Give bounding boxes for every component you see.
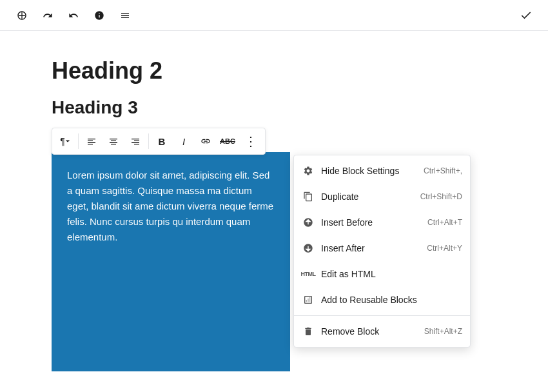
duplicate-shortcut: Ctrl+Shift+D (420, 192, 462, 201)
html-icon: HTML (302, 268, 315, 280)
remove-block-shortcut: Shift+Alt+Z (424, 327, 462, 336)
strikethrough-button[interactable]: ABC (217, 131, 238, 152)
align-center-button[interactable] (103, 131, 124, 152)
align-center-icon (108, 136, 119, 146)
paragraph-icon: ¶ (60, 136, 65, 146)
paragraph-type-button[interactable]: ¶ (55, 131, 75, 152)
gear-icon (302, 164, 315, 177)
align-right-button[interactable] (125, 131, 146, 152)
check-icon (520, 9, 533, 22)
heading-2: Heading 2 (52, 57, 496, 84)
heading-3: Heading 3 (52, 97, 496, 118)
insert-after-label: Insert After (321, 243, 420, 253)
undo-icon (43, 10, 53, 21)
add-icon (17, 10, 27, 21)
menu-item-edit-as-html[interactable]: HTML Edit as HTML (294, 261, 470, 287)
insert-after-shortcut: Ctrl+Alt+Y (427, 244, 462, 253)
publish-button[interactable] (514, 4, 538, 27)
duplicate-icon (302, 190, 315, 203)
hide-block-settings-shortcut: Ctrl+Shift+, (424, 166, 462, 175)
italic-icon: I (182, 136, 185, 147)
italic-button[interactable]: I (173, 131, 194, 152)
more-options-button[interactable]: ⋮ (239, 131, 262, 152)
list-button[interactable] (113, 4, 137, 27)
top-toolbar (0, 0, 548, 31)
toolbar-separator-1 (78, 133, 79, 149)
reusable-icon (302, 293, 315, 306)
menu-divider (294, 315, 470, 316)
duplicate-label: Duplicate (321, 191, 414, 202)
more-icon: ⋮ (244, 133, 257, 149)
menu-item-insert-after[interactable]: Insert After Ctrl+Alt+Y (294, 235, 470, 261)
list-icon (120, 10, 130, 21)
add-to-reusable-blocks-label: Add to Reusable Blocks (321, 295, 456, 305)
menu-item-duplicate[interactable]: Duplicate Ctrl+Shift+D (294, 184, 470, 210)
redo-button[interactable] (62, 4, 85, 27)
insert-before-shortcut: Ctrl+Alt+T (427, 218, 462, 227)
remove-block-label: Remove Block (321, 326, 418, 337)
align-left-button[interactable] (81, 131, 102, 152)
bold-icon: B (159, 136, 166, 147)
content-text: Lorem ipsum dolor sit amet, adipiscing e… (67, 170, 273, 242)
menu-item-remove-block[interactable]: Remove Block Shift+Alt+Z (294, 318, 470, 344)
toolbar-separator-2 (148, 133, 149, 149)
insert-before-icon (302, 216, 315, 229)
bold-button[interactable]: B (152, 131, 172, 152)
editor-area: Heading 2 Heading 3 (0, 31, 548, 144)
redo-icon (68, 10, 79, 21)
insert-after-icon (302, 242, 315, 255)
dropdown-arrow-icon (65, 139, 70, 144)
menu-item-add-to-reusable-blocks[interactable]: Add to Reusable Blocks (294, 287, 470, 313)
undo-button[interactable] (36, 4, 59, 27)
align-right-icon (130, 136, 141, 146)
add-block-button[interactable] (10, 4, 34, 27)
info-icon (94, 10, 104, 21)
info-button[interactable] (88, 4, 111, 27)
context-menu: Hide Block Settings Ctrl+Shift+, Duplica… (293, 155, 471, 348)
link-icon (201, 136, 211, 146)
align-left-icon (86, 136, 97, 146)
block-toolbar: ¶ B I ABC ⋮ (52, 128, 266, 155)
menu-item-hide-block-settings[interactable]: Hide Block Settings Ctrl+Shift+, (294, 158, 470, 184)
menu-item-insert-before[interactable]: Insert Before Ctrl+Alt+T (294, 210, 470, 235)
link-button[interactable] (195, 131, 216, 152)
insert-before-label: Insert Before (321, 217, 421, 228)
content-block: Lorem ipsum dolor sit amet, adipiscing e… (52, 152, 290, 371)
edit-as-html-label: Edit as HTML (321, 269, 456, 279)
hide-block-settings-label: Hide Block Settings (321, 166, 417, 176)
toolbar-left (10, 4, 137, 27)
strikethrough-icon: ABC (220, 137, 235, 145)
trash-icon (302, 325, 315, 338)
toolbar-right (514, 4, 538, 27)
